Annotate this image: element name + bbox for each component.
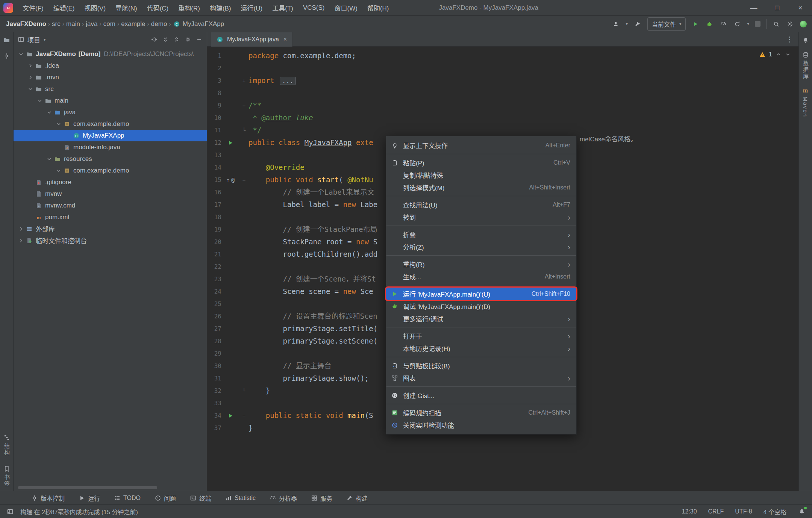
menu-item-code-convention-scan[interactable]: 编码规约扫描Ctrl+Alt+Shift+J — [386, 406, 576, 419]
editor-line[interactable]: 10 * @author luke — [207, 112, 798, 124]
menu-item-open-in[interactable]: 打开于› — [386, 330, 576, 342]
fold-marker[interactable]: − — [239, 177, 248, 183]
run-configuration-selector[interactable]: 当前文件 ▾ — [647, 17, 686, 31]
panel-settings-gear-icon[interactable] — [185, 36, 191, 42]
menu-view[interactable]: 视图(V) — [79, 0, 111, 15]
toolwindow-bookmarks-button[interactable]: 书签 — [3, 466, 11, 487]
indent-widget[interactable]: 4 个空格 — [764, 507, 786, 516]
run-gutter-icon[interactable] — [227, 140, 233, 146]
status-message[interactable]: 构建 在 2秒87毫秒内成功完成 (15 分钟之前) — [20, 507, 138, 516]
menu-help[interactable]: 帮助(H) — [362, 0, 394, 15]
menu-edit[interactable]: 编辑(E) — [48, 0, 80, 15]
menu-window[interactable]: 窗口(W) — [330, 0, 362, 15]
profiler-button[interactable] — [719, 20, 727, 28]
fold-marker[interactable]: └ — [239, 127, 248, 133]
toolwindow-run-button[interactable]: 运行 — [79, 494, 100, 503]
breadcrumb-item[interactable]: java — [86, 20, 97, 28]
tree-item[interactable]: .idea — [14, 60, 207, 71]
menu-tools[interactable]: 工具(T) — [267, 0, 298, 15]
maximize-button[interactable]: □ — [765, 0, 789, 15]
toolwindow-services-button[interactable]: 服务 — [311, 494, 332, 503]
wrench-icon[interactable] — [633, 20, 642, 28]
breadcrumb-item[interactable]: CMyJavaFXApp — [173, 20, 224, 28]
toolwindow-database-button[interactable]: 数据库 — [801, 52, 809, 80]
locate-file-icon[interactable] — [151, 36, 157, 42]
breadcrumb-item[interactable]: main — [66, 20, 80, 28]
menu-build[interactable]: 构建(B) — [205, 0, 236, 15]
fold-marker[interactable]: − — [239, 103, 248, 109]
breadcrumb-item[interactable]: src — [52, 20, 61, 28]
fold-marker[interactable]: + — [239, 78, 248, 84]
toolwindow-terminal-button[interactable]: 终端 — [190, 494, 211, 503]
menu-vcs[interactable]: VCS(S) — [298, 0, 330, 15]
debug-button[interactable] — [705, 20, 714, 28]
editor-line[interactable]: 1package com.example.demo; — [207, 50, 798, 62]
horizontal-scrollbar[interactable] — [18, 486, 157, 489]
menu-code[interactable]: 代码(C) — [142, 0, 174, 15]
menu-item-run-main[interactable]: 运行 'MyJavaFXApp.main()'(U)Ctrl+Shift+F10 — [386, 288, 576, 300]
tree-item[interactable]: com.example.demo — [14, 118, 207, 130]
tree-item[interactable]: Jmodule-info.java — [14, 141, 207, 153]
run-gutter-icon[interactable] — [227, 413, 233, 419]
notifications-icon[interactable] — [801, 36, 810, 44]
next-problem-icon[interactable] — [785, 51, 791, 58]
override-gutter-icon[interactable]: ↑ — [226, 177, 230, 183]
tree-item[interactable]: .gitignore — [14, 176, 207, 188]
menu-item-paste[interactable]: 粘贴(P)Ctrl+V — [386, 156, 576, 169]
toolwindow-version-control-button[interactable]: 版本控制 — [32, 494, 65, 503]
user-account-icon[interactable] — [612, 20, 620, 28]
menu-item-generate[interactable]: 生成...Alt+Insert — [386, 270, 576, 283]
toolwindow-project-button[interactable] — [3, 36, 11, 44]
editor-line[interactable]: 9−/** — [207, 99, 798, 112]
tree-item[interactable]: java — [14, 106, 207, 118]
search-everywhere-button[interactable] — [772, 20, 780, 28]
menu-item-go-to[interactable]: 转到› — [386, 211, 576, 223]
editor-line[interactable]: 3+import ... — [207, 74, 798, 87]
tree-item[interactable]: mpom.xml — [14, 211, 207, 223]
editor-line[interactable]: 8 — [207, 87, 798, 99]
toolwindow-problems-button[interactable]: 问题 — [155, 494, 176, 503]
prev-problem-icon[interactable] — [776, 51, 782, 58]
menu-item-find-usages[interactable]: 查找用法(U)Alt+F7 — [386, 198, 576, 211]
inspections-widget[interactable]: 1 — [759, 51, 791, 58]
fold-marker[interactable]: └ — [239, 388, 248, 394]
toolwindow-maven-button[interactable]: m Maven — [802, 87, 809, 117]
chevron-right-icon[interactable] — [27, 74, 34, 81]
toolwindow-commit-button[interactable] — [3, 52, 11, 60]
menu-item-column-selection-mode[interactable]: 列选择模式(M)Alt+Shift+Insert — [386, 181, 576, 194]
breadcrumb-item[interactable]: com — [103, 20, 115, 28]
close-button[interactable]: × — [789, 0, 812, 15]
expand-all-icon[interactable] — [162, 36, 168, 42]
tree-item[interactable]: com.example.demo — [14, 165, 207, 176]
breadcrumb-item[interactable]: example — [121, 20, 145, 28]
menu-run[interactable]: 运行(U) — [236, 0, 268, 15]
fold-marker[interactable]: − — [239, 413, 248, 419]
chevron-down-icon[interactable] — [27, 85, 34, 93]
rerun-button[interactable] — [733, 20, 741, 28]
chevron-right-icon[interactable] — [27, 62, 34, 70]
collapse-all-icon[interactable] — [174, 36, 180, 42]
tree-item[interactable]: CMyJavaFXApp — [14, 130, 207, 141]
menu-item-disable-realtime-inspection[interactable]: 关闭实时检测功能 — [386, 419, 576, 431]
menu-file[interactable]: 文件(F) — [18, 0, 48, 15]
chevron-down-icon[interactable] — [55, 120, 62, 128]
menu-item-more-run-debug[interactable]: 更多运行/调试› — [386, 312, 576, 325]
tab-options-kebab-icon[interactable]: ⋮ — [786, 35, 798, 44]
tree-item[interactable]: 外部库 — [14, 223, 207, 235]
menu-item-compare-with-clipboard[interactable]: 与剪贴板比较(B) — [386, 359, 576, 372]
menu-item-debug-main[interactable]: 调试 'MyJavaFXApp.main()'(D) — [386, 300, 576, 312]
chevron-right-icon[interactable] — [17, 237, 25, 244]
menu-item-analyze[interactable]: 分析(Z)› — [386, 241, 576, 253]
breadcrumb-item[interactable]: JavaFXDemo — [6, 20, 46, 28]
tree-item[interactable]: .mvn — [14, 71, 207, 83]
encoding-widget[interactable]: UTF-8 — [735, 508, 752, 515]
chevron-down-icon[interactable] — [45, 155, 53, 163]
code-with-me-icon[interactable] — [800, 21, 807, 27]
tree-item[interactable]: mvnw — [14, 188, 207, 200]
toolwindow-structure-button[interactable]: 结构 — [3, 435, 11, 456]
toolwindow-profiler-button[interactable]: 分析器 — [270, 494, 297, 503]
chevron-right-icon[interactable] — [17, 225, 25, 233]
tree-item[interactable]: JavaFXDemo[Demo]D:\IDEAProjects\JCNCProj… — [14, 48, 207, 60]
chevron-down-icon[interactable] — [45, 109, 53, 116]
minimize-button[interactable]: — — [742, 0, 765, 15]
